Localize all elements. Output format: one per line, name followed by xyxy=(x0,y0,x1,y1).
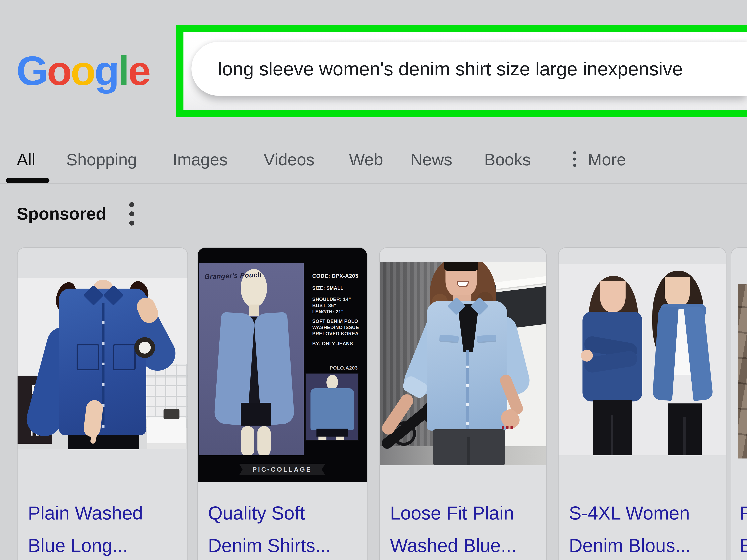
product-title-line2[interactable]: Denim Blous... xyxy=(569,529,721,560)
tab-news[interactable]: News xyxy=(410,150,452,169)
product-title-line2[interactable]: Denim Shirts... xyxy=(208,529,362,560)
kebab-dot xyxy=(129,202,134,207)
tab-web[interactable]: Web xyxy=(349,150,383,169)
product-title[interactable]: Loose Fit Plain Washed Blue... xyxy=(390,497,541,560)
tab-images[interactable]: Images xyxy=(173,150,228,169)
search-box-area: long sleeve women's denim shirt size lar… xyxy=(183,32,747,110)
logo-letter: e xyxy=(128,48,150,94)
more-dots-icon xyxy=(573,151,576,173)
product-title-line2[interactable]: E xyxy=(740,529,747,560)
sponsored-kebab-menu-button[interactable] xyxy=(129,202,135,236)
product-title-line1[interactable]: Loose Fit Plain xyxy=(390,497,541,529)
active-tab-underline xyxy=(6,178,49,183)
product-title[interactable]: F E xyxy=(740,497,747,560)
red-nails-shape xyxy=(502,426,514,429)
logo-letter: o xyxy=(47,48,71,94)
kebab-dot xyxy=(129,221,134,226)
description-line: PRELOVED KOREA xyxy=(312,330,366,337)
sunglasses-shape xyxy=(444,262,478,271)
product-title-line1[interactable]: Plain Washed xyxy=(28,497,182,529)
black-shorts-shape xyxy=(241,403,271,426)
denim-shirt-photo-illustration: PA LO NE xyxy=(18,278,187,449)
overlay-size-text: SIZE: SMALL xyxy=(312,285,366,291)
mannequin-head-shape xyxy=(327,375,338,390)
mannequin-photo-illustration: Granger's Pouch xyxy=(199,263,304,455)
product-title-line1[interactable]: S-4XL Women xyxy=(569,497,721,529)
product-card[interactable]: PA LO NE Plain Washed Blue Long... xyxy=(17,247,188,560)
tab-shopping[interactable]: Shopping xyxy=(66,150,137,169)
pocket-shape xyxy=(77,344,99,370)
product-title-line1[interactable]: Quality Soft xyxy=(208,497,362,529)
search-query-text[interactable]: long sleeve women's denim shirt size lar… xyxy=(218,58,683,80)
description-line: WASHED/NO ISSUE xyxy=(312,324,366,330)
logo-letter: o xyxy=(71,48,94,94)
model-on-stairs-photo-illustration xyxy=(380,262,546,465)
pocket-shape xyxy=(113,344,136,370)
logo-letter: G xyxy=(16,48,47,94)
logo-letter: l xyxy=(118,48,128,94)
stone-texture-photo-illustration xyxy=(738,284,747,458)
overlay-photo-label: POLO.A203 xyxy=(330,365,358,371)
back-view-inset-photo xyxy=(305,373,359,440)
overlay-measurements-text: SHOULDER: 14" BUST: 36" LENGTH: 21" xyxy=(312,296,366,315)
measurement-line: SHOULDER: 14" xyxy=(312,296,366,302)
google-search-page: { "logo": { "letters": ["G", "o", "o", "… xyxy=(0,0,747,560)
measurement-line: LENGTH: 21" xyxy=(312,308,366,315)
pants-seam-shape xyxy=(683,417,686,455)
search-input[interactable]: long sleeve women's denim shirt size lar… xyxy=(191,42,747,96)
pants-seam-shape xyxy=(611,415,613,455)
pic-collage-watermark: PIC•COLLAGE xyxy=(239,464,325,475)
product-image[interactable]: PA LO NE xyxy=(18,248,187,482)
mannequin-neck-shape xyxy=(249,305,259,316)
mannequin-leg-shape xyxy=(257,426,271,455)
google-logo[interactable]: Google xyxy=(16,50,150,91)
product-card[interactable]: Loose Fit Plain Washed Blue... xyxy=(379,247,547,560)
product-image[interactable]: Granger's Pouch CODE: DPX-A203 SIZE: SMA… xyxy=(198,248,367,482)
product-title-line2[interactable]: Washed Blue... xyxy=(390,529,541,560)
tab-more[interactable]: More xyxy=(588,150,626,169)
product-card[interactable]: S-4XL Women Denim Blous... xyxy=(558,247,726,560)
hand-shape xyxy=(581,350,593,361)
overlay-description-text: SOFT DENIM POLO WASHED/NO ISSUE PRELOVED… xyxy=(312,318,366,337)
tab-books[interactable]: Books xyxy=(484,150,531,169)
product-image[interactable] xyxy=(731,248,747,482)
face-shape xyxy=(600,281,625,312)
product-card-partial[interactable]: F E xyxy=(731,247,747,560)
face-shape xyxy=(665,277,690,308)
product-title[interactable]: S-4XL Women Denim Blous... xyxy=(569,497,721,560)
product-image[interactable] xyxy=(559,248,726,482)
logo-letter: g xyxy=(94,48,118,94)
product-title[interactable]: Plain Washed Blue Long... xyxy=(28,497,182,560)
description-line: SOFT DENIM POLO xyxy=(312,318,366,324)
tabs-divider xyxy=(0,183,747,184)
kebab-dot xyxy=(129,211,134,217)
overlay-seller-text: BY: ONLY JEANS xyxy=(312,341,366,347)
pants-seam-shape xyxy=(467,437,470,465)
search-highlight-box: long sleeve women's denim shirt size lar… xyxy=(176,25,747,117)
side-table-shape xyxy=(147,417,186,449)
product-title[interactable]: Quality Soft Denim Shirts... xyxy=(208,497,362,560)
sponsored-label: Sponsored xyxy=(17,204,106,224)
denim-shirt-back-shape xyxy=(310,388,354,430)
tab-all[interactable]: All xyxy=(17,150,35,169)
mannequin-leg-shape xyxy=(241,426,254,455)
wrist-watch-shape xyxy=(134,337,155,358)
button-placket-shape xyxy=(466,350,469,429)
tab-videos[interactable]: Videos xyxy=(264,150,314,169)
measurement-line: BUST: 36" xyxy=(312,302,366,308)
two-models-photo-illustration xyxy=(559,264,726,455)
mannequin-leg-shape xyxy=(336,437,344,440)
mannequin-leg-shape xyxy=(318,437,327,440)
product-card[interactable]: Granger's Pouch CODE: DPX-A203 SIZE: SMA… xyxy=(197,247,367,560)
camera-shape xyxy=(163,409,179,419)
product-title-line1[interactable]: F xyxy=(740,497,747,529)
overlay-code-text: CODE: DPX-A203 xyxy=(312,273,366,279)
product-image[interactable] xyxy=(380,248,546,482)
product-title-line2[interactable]: Blue Long... xyxy=(28,529,182,560)
black-skirt-shape xyxy=(316,429,348,437)
